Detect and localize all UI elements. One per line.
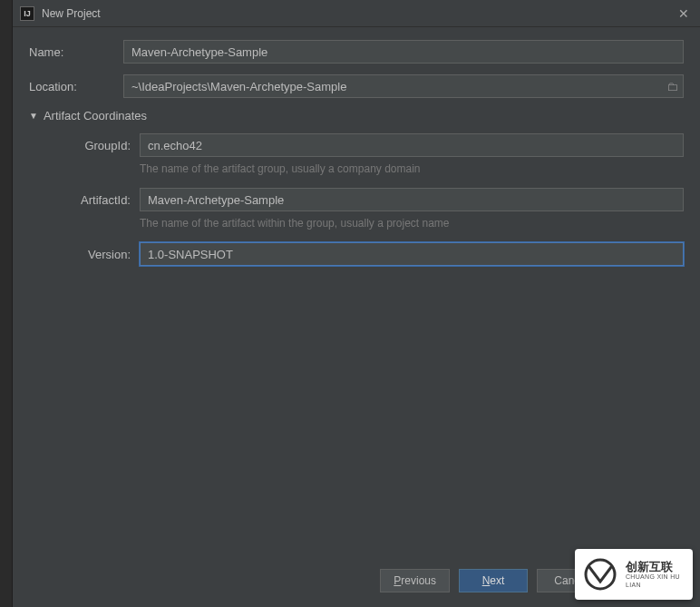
groupid-input[interactable]	[140, 133, 684, 157]
name-label: Name:	[29, 45, 123, 59]
groupid-hint-row: The name of the artifact group, usually …	[45, 162, 684, 175]
artifactid-label: ArtifactId:	[45, 193, 140, 207]
groupid-label: GroupId:	[45, 139, 140, 152]
name-row: Name:	[29, 40, 684, 64]
watermark-logo-icon	[582, 556, 618, 592]
artifactid-hint: The name of the artifact within the grou…	[140, 217, 684, 230]
watermark-pinyin: CHUANG XIN HU LIAN	[626, 573, 685, 589]
close-icon[interactable]: ✕	[675, 5, 693, 23]
dialog-body: Name: Location: 🗀 ▼ Artifact Coordinates…	[13, 27, 700, 563]
section-title: Artifact Coordinates	[44, 109, 147, 122]
next-button[interactable]: Next	[459, 569, 528, 592]
watermark-badge: 创新互联 CHUANG XIN HU LIAN	[575, 549, 693, 600]
new-project-dialog: IJ New Project ✕ Name: Location: 🗀 ▼ Art…	[13, 0, 700, 607]
chevron-down-icon: ▼	[29, 111, 38, 121]
artifact-coordinates-toggle[interactable]: ▼ Artifact Coordinates	[29, 109, 684, 122]
svg-point-0	[586, 560, 615, 589]
groupid-hint: The name of the artifact group, usually …	[140, 162, 684, 175]
location-label: Location:	[29, 80, 123, 93]
name-input[interactable]	[123, 40, 684, 64]
version-label: Version:	[45, 248, 140, 261]
artifactid-row: ArtifactId:	[45, 188, 684, 211]
version-row: Version:	[45, 242, 684, 266]
location-row: Location: 🗀	[29, 74, 684, 98]
artifactid-input[interactable]	[140, 188, 684, 211]
titlebar: IJ New Project ✕	[13, 0, 700, 27]
previous-button[interactable]: Previous	[380, 569, 450, 592]
intellij-icon: IJ	[20, 6, 34, 21]
window-title: New Project	[42, 7, 675, 20]
browse-folder-icon[interactable]: 🗀	[666, 80, 678, 93]
location-input[interactable]	[123, 74, 684, 98]
groupid-row: GroupId:	[45, 133, 684, 157]
version-input[interactable]	[140, 242, 684, 266]
watermark-cn: 创新互联	[626, 560, 685, 574]
artifact-coordinates-section: GroupId: The name of the artifact group,…	[29, 133, 684, 266]
left-backdrop	[0, 0, 13, 607]
artifactid-hint-row: The name of the artifact within the grou…	[45, 217, 684, 230]
